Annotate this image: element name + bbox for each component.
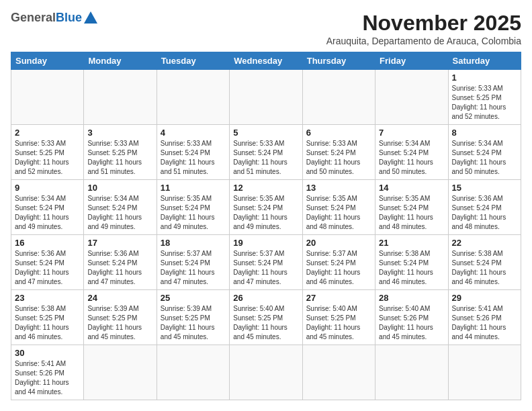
- calendar-week-row: 9Sunrise: 5:34 AM Sunset: 5:24 PM Daylig…: [11, 180, 521, 235]
- day-number: 22: [452, 238, 517, 248]
- day-number: 29: [452, 293, 517, 303]
- day-number: 16: [15, 238, 80, 248]
- calendar-cell: 15Sunrise: 5:36 AM Sunset: 5:24 PM Dayli…: [448, 180, 521, 235]
- day-number: 21: [379, 238, 444, 248]
- cell-info: Sunrise: 5:34 AM Sunset: 5:24 PM Dayligh…: [452, 139, 517, 177]
- cell-info: Sunrise: 5:33 AM Sunset: 5:24 PM Dayligh…: [233, 139, 298, 177]
- calendar-cell: 24Sunrise: 5:39 AM Sunset: 5:25 PM Dayli…: [84, 290, 157, 345]
- calendar-cell: 30Sunrise: 5:41 AM Sunset: 5:26 PM Dayli…: [11, 345, 84, 400]
- calendar-cell: 3Sunrise: 5:33 AM Sunset: 5:25 PM Daylig…: [84, 125, 157, 180]
- day-number: 9: [15, 183, 80, 193]
- calendar-cell: [84, 70, 157, 125]
- calendar-cell: 5Sunrise: 5:33 AM Sunset: 5:24 PM Daylig…: [230, 125, 302, 180]
- day-number: 24: [87, 293, 152, 303]
- calendar-cell: 1Sunrise: 5:33 AM Sunset: 5:25 PM Daylig…: [448, 70, 521, 125]
- calendar-week-row: 23Sunrise: 5:38 AM Sunset: 5:25 PM Dayli…: [11, 290, 521, 345]
- calendar-cell: 16Sunrise: 5:36 AM Sunset: 5:24 PM Dayli…: [11, 235, 84, 290]
- calendar-header-row: SundayMondayTuesdayWednesdayThursdayFrid…: [11, 52, 521, 70]
- day-number: 6: [306, 128, 371, 138]
- cell-info: Sunrise: 5:41 AM Sunset: 5:26 PM Dayligh…: [452, 304, 517, 342]
- calendar-cell: 23Sunrise: 5:38 AM Sunset: 5:25 PM Dayli…: [11, 290, 84, 345]
- cell-info: Sunrise: 5:34 AM Sunset: 5:24 PM Dayligh…: [87, 194, 152, 232]
- day-number: 17: [87, 238, 152, 248]
- day-number: 15: [452, 183, 517, 193]
- cell-info: Sunrise: 5:40 AM Sunset: 5:25 PM Dayligh…: [233, 304, 298, 342]
- day-number: 30: [15, 348, 80, 358]
- calendar-table: SundayMondayTuesdayWednesdayThursdayFrid…: [11, 52, 521, 400]
- calendar-cell: [302, 70, 375, 125]
- cell-info: Sunrise: 5:41 AM Sunset: 5:26 PM Dayligh…: [15, 359, 80, 397]
- day-number: 19: [233, 238, 298, 248]
- cell-info: Sunrise: 5:37 AM Sunset: 5:24 PM Dayligh…: [306, 249, 371, 287]
- cell-info: Sunrise: 5:37 AM Sunset: 5:24 PM Dayligh…: [161, 249, 226, 287]
- header: General Blue November 2025 Arauquita, De…: [11, 11, 521, 46]
- calendar-cell: 4Sunrise: 5:33 AM Sunset: 5:24 PM Daylig…: [157, 125, 229, 180]
- cell-info: Sunrise: 5:36 AM Sunset: 5:24 PM Dayligh…: [15, 249, 80, 287]
- calendar-cell: 20Sunrise: 5:37 AM Sunset: 5:24 PM Dayli…: [302, 235, 375, 290]
- logo-general-text: General: [11, 11, 56, 25]
- cell-info: Sunrise: 5:40 AM Sunset: 5:25 PM Dayligh…: [306, 304, 371, 342]
- cell-info: Sunrise: 5:36 AM Sunset: 5:24 PM Dayligh…: [87, 249, 152, 287]
- calendar-cell: [302, 345, 375, 400]
- calendar-cell: [157, 345, 229, 400]
- day-number: 3: [87, 128, 152, 138]
- cell-info: Sunrise: 5:40 AM Sunset: 5:26 PM Dayligh…: [379, 304, 444, 342]
- day-number: 2: [15, 128, 80, 138]
- cell-info: Sunrise: 5:38 AM Sunset: 5:24 PM Dayligh…: [452, 249, 517, 287]
- day-number: 8: [452, 128, 517, 138]
- calendar-week-row: 1Sunrise: 5:33 AM Sunset: 5:25 PM Daylig…: [11, 70, 521, 125]
- calendar-cell: [375, 345, 448, 400]
- day-number: 4: [161, 128, 226, 138]
- weekday-header-wednesday: Wednesday: [230, 52, 302, 70]
- calendar-cell: 14Sunrise: 5:35 AM Sunset: 5:24 PM Dayli…: [375, 180, 448, 235]
- cell-info: Sunrise: 5:38 AM Sunset: 5:25 PM Dayligh…: [15, 304, 80, 342]
- calendar-week-row: 16Sunrise: 5:36 AM Sunset: 5:24 PM Dayli…: [11, 235, 521, 290]
- cell-info: Sunrise: 5:33 AM Sunset: 5:25 PM Dayligh…: [15, 139, 80, 177]
- cell-info: Sunrise: 5:33 AM Sunset: 5:25 PM Dayligh…: [452, 84, 517, 122]
- calendar-cell: 7Sunrise: 5:34 AM Sunset: 5:24 PM Daylig…: [375, 125, 448, 180]
- logo: General Blue: [11, 11, 97, 25]
- calendar-week-row: 30Sunrise: 5:41 AM Sunset: 5:26 PM Dayli…: [11, 345, 521, 400]
- calendar-cell: 27Sunrise: 5:40 AM Sunset: 5:25 PM Dayli…: [302, 290, 375, 345]
- weekday-header-tuesday: Tuesday: [157, 52, 229, 70]
- cell-info: Sunrise: 5:33 AM Sunset: 5:25 PM Dayligh…: [87, 139, 152, 177]
- day-number: 14: [379, 183, 444, 193]
- day-number: 26: [233, 293, 298, 303]
- calendar-cell: 10Sunrise: 5:34 AM Sunset: 5:24 PM Dayli…: [84, 180, 157, 235]
- month-title: November 2025: [326, 11, 521, 36]
- calendar-cell: [375, 70, 448, 125]
- calendar-cell: [157, 70, 229, 125]
- calendar-cell: 6Sunrise: 5:33 AM Sunset: 5:24 PM Daylig…: [302, 125, 375, 180]
- cell-info: Sunrise: 5:35 AM Sunset: 5:24 PM Dayligh…: [161, 194, 226, 232]
- cell-info: Sunrise: 5:34 AM Sunset: 5:24 PM Dayligh…: [15, 194, 80, 232]
- calendar-cell: [230, 70, 302, 125]
- weekday-header-sunday: Sunday: [11, 52, 84, 70]
- day-number: 20: [306, 238, 371, 248]
- day-number: 7: [379, 128, 444, 138]
- calendar-cell: 28Sunrise: 5:40 AM Sunset: 5:26 PM Dayli…: [375, 290, 448, 345]
- cell-info: Sunrise: 5:38 AM Sunset: 5:24 PM Dayligh…: [379, 249, 444, 287]
- cell-info: Sunrise: 5:37 AM Sunset: 5:24 PM Dayligh…: [233, 249, 298, 287]
- day-number: 25: [161, 293, 226, 303]
- calendar-cell: 12Sunrise: 5:35 AM Sunset: 5:24 PM Dayli…: [230, 180, 302, 235]
- day-number: 18: [161, 238, 226, 248]
- cell-info: Sunrise: 5:35 AM Sunset: 5:24 PM Dayligh…: [379, 194, 444, 232]
- day-number: 13: [306, 183, 371, 193]
- weekday-header-monday: Monday: [84, 52, 157, 70]
- calendar-cell: 19Sunrise: 5:37 AM Sunset: 5:24 PM Dayli…: [230, 235, 302, 290]
- title-area: November 2025 Arauquita, Departamento de…: [326, 11, 521, 46]
- calendar-week-row: 2Sunrise: 5:33 AM Sunset: 5:25 PM Daylig…: [11, 125, 521, 180]
- calendar-cell: [448, 345, 521, 400]
- weekday-header-saturday: Saturday: [448, 52, 521, 70]
- calendar-cell: 22Sunrise: 5:38 AM Sunset: 5:24 PM Dayli…: [448, 235, 521, 290]
- calendar-cell: 26Sunrise: 5:40 AM Sunset: 5:25 PM Dayli…: [230, 290, 302, 345]
- day-number: 28: [379, 293, 444, 303]
- cell-info: Sunrise: 5:33 AM Sunset: 5:24 PM Dayligh…: [306, 139, 371, 177]
- cell-info: Sunrise: 5:35 AM Sunset: 5:24 PM Dayligh…: [233, 194, 298, 232]
- day-number: 1: [452, 73, 517, 83]
- cell-info: Sunrise: 5:39 AM Sunset: 5:25 PM Dayligh…: [87, 304, 152, 342]
- calendar-cell: 17Sunrise: 5:36 AM Sunset: 5:24 PM Dayli…: [84, 235, 157, 290]
- weekday-header-thursday: Thursday: [302, 52, 375, 70]
- calendar-cell: 21Sunrise: 5:38 AM Sunset: 5:24 PM Dayli…: [375, 235, 448, 290]
- calendar-cell: 29Sunrise: 5:41 AM Sunset: 5:26 PM Dayli…: [448, 290, 521, 345]
